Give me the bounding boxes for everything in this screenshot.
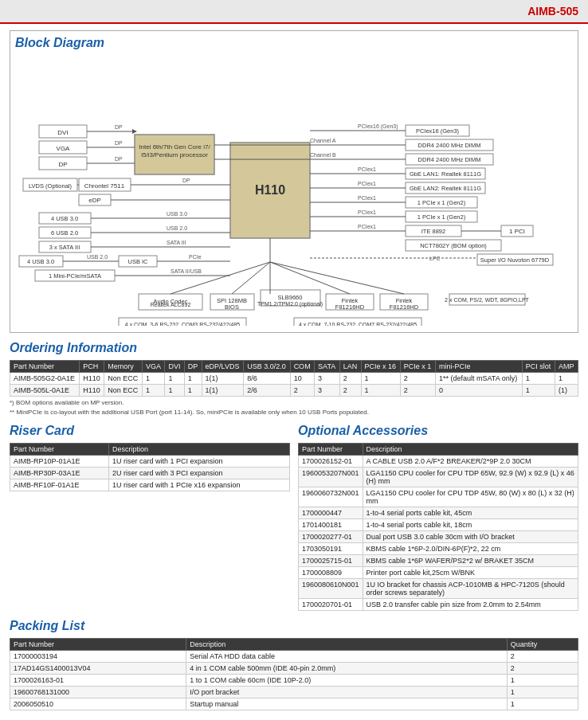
svg-text:DVI: DVI [57, 129, 68, 136]
svg-text:1 PCIe x 1 (Gen2): 1 PCIe x 1 (Gen2) [417, 213, 466, 221]
table-row: AIMB-505G2-0A1EH110Non ECC1111(1)8/61032… [10, 373, 578, 385]
svg-text:TPM1.2/TPM2.0 (optional): TPM1.2/TPM2.0 (optional) [257, 301, 323, 307]
svg-text:USB 2.0: USB 2.0 [167, 225, 187, 231]
main-content: Block Diagram H110 Intel 6th/7th Gen Cor… [0, 24, 588, 720]
riser-col-part: Part Number [10, 444, 109, 456]
col-edp: eDP/LVDS [202, 361, 244, 373]
svg-text:DP: DP [115, 156, 123, 162]
svg-text:SATA III: SATA III [167, 240, 186, 245]
svg-text:Intel 6th/7th Gen Core i7/: Intel 6th/7th Gen Core i7/ [139, 143, 210, 151]
ordering-info-section: Ordering Information Part Number PCH Mem… [10, 341, 578, 416]
svg-text:BIOS: BIOS [225, 303, 239, 311]
opt-col-desc: Description [363, 444, 578, 456]
table-row: AIMB-RP30P-03A1E2U riser card with 3 PCI… [10, 468, 290, 479]
col-sata: SATA [315, 361, 340, 373]
svg-text:F81216HD: F81216HD [390, 303, 419, 311]
svg-text:DP: DP [115, 124, 123, 130]
opt-col-part: Part Number [299, 444, 363, 456]
table-row: 1700020277-01Dual port USB 3.0 cable 30c… [299, 531, 578, 543]
svg-text:USB IC: USB IC [127, 258, 148, 265]
product-title: AIMB-505 [527, 5, 578, 18]
svg-text:GbE LAN2: Realtek 8111G: GbE LAN2: Realtek 8111G [410, 185, 481, 192]
svg-text:6 USB 2.0: 6 USB 2.0 [51, 229, 78, 237]
svg-text:DDR4 2400 MHz DIMM: DDR4 2400 MHz DIMM [418, 142, 481, 149]
page-header: AIMB-505 [0, 0, 588, 24]
table-row: 17000004471-to-4 serial ports cable kit,… [299, 507, 578, 519]
svg-text:GbE LAN1: Realtek 8111G: GbE LAN1: Realtek 8111G [410, 170, 481, 178]
packing-list-table: Part Number Description Quantity 1700000… [10, 638, 578, 710]
svg-text:PCIex1: PCIex1 [358, 195, 376, 201]
col-pch: PCH [80, 361, 104, 373]
riser-col-desc: Description [108, 444, 289, 456]
svg-text:PCIex1: PCIex1 [358, 224, 376, 229]
svg-text:PCIex1: PCIex1 [358, 181, 376, 186]
table-row: 19600768131000I/O port bracket1 [10, 687, 578, 698]
svg-line-112 [171, 262, 270, 294]
svg-line-113 [232, 262, 270, 294]
svg-text:PCIex1: PCIex1 [358, 166, 376, 172]
table-row: 1700026163-011 to 1 COM cable 60cm (IDE … [10, 675, 578, 687]
svg-text:Realtek ALC892: Realtek ALC892 [151, 302, 191, 307]
ordering-info-table: Part Number PCH Memory VGA DVI DP eDP/LV… [10, 360, 578, 397]
svg-text:Channel B: Channel B [310, 152, 336, 158]
svg-text:USB 2.0: USB 2.0 [87, 254, 108, 260]
ordering-note-1: *) BOM options available on MP version. [10, 399, 578, 406]
svg-text:H110: H110 [255, 183, 285, 197]
pack-col-part: Part Number [10, 639, 186, 651]
optional-accessories-title: Optional Accessories [298, 424, 578, 438]
table-row: 1700020701-01USB 2.0 transfer cable pin … [299, 599, 578, 611]
svg-text:DP: DP [58, 161, 67, 168]
col-dp: DP [184, 361, 202, 373]
table-row: 1700025715-01KBMS cable 1*6P WAFER/PS2*2… [299, 555, 578, 567]
table-row: AIMB-RP10P-01A1E1U riser card with 1 PCI… [10, 456, 290, 468]
svg-text:PCIe: PCIe [189, 254, 202, 260]
svg-text:eDP: eDP [88, 197, 101, 204]
table-row: 1960080610N0011U IO bracket for chassis … [299, 579, 578, 599]
col-lan: LAN [339, 361, 361, 373]
svg-text:VGA: VGA [57, 145, 71, 152]
riser-optional-row: Riser Card Part Number Description AIMB-… [10, 424, 578, 611]
svg-text:DDR4 2400 MHz DIMM: DDR4 2400 MHz DIMM [418, 156, 481, 163]
table-row: 1960060732N001LGA1150 CPU cooler for CPU… [299, 487, 578, 507]
col-pcislot: PCI slot [522, 361, 555, 373]
svg-text:ITE 8892: ITE 8892 [421, 228, 445, 235]
svg-text:4 x COM, 3-6 RS-232, COM3 RS-2: 4 x COM, 3-6 RS-232, COM3 RS-232/422/485 [125, 322, 240, 326]
ordering-info-title: Ordering Information [10, 341, 578, 355]
svg-text:Super I/O Nuvoton 6779D: Super I/O Nuvoton 6779D [480, 256, 550, 264]
col-pcie16: PCIe x 16 [361, 361, 400, 373]
col-pcie1: PCIe x 1 [400, 361, 435, 373]
block-diagram-title: Block Diagram [15, 36, 573, 50]
svg-text:F81216HD: F81216HD [335, 303, 365, 311]
col-dvi: DVI [165, 361, 184, 373]
col-vga: VGA [143, 361, 165, 373]
table-row: AIMB-RF10F-01A1E1U riser card with 1 PCI… [10, 479, 290, 491]
table-row: 1700008809Printer port cable kit,25cm W/… [299, 567, 578, 579]
block-diagram-svg: H110 Intel 6th/7th Gen Core i7/ i5/i3/Pe… [15, 55, 573, 326]
table-row: 17000003194Serial ATA HDD data cable2 [10, 651, 578, 663]
svg-text:1 Mini-PCIe/mSATA: 1 Mini-PCIe/mSATA [49, 272, 101, 280]
svg-text:LVDS (Optional): LVDS (Optional) [29, 182, 73, 190]
optional-accessories-section: Optional Accessories Part Number Descrip… [298, 424, 578, 611]
svg-text:SLB9660: SLB9660 [278, 294, 303, 301]
packing-list-section: Packing List Part Number Description Qua… [10, 619, 578, 710]
table-row: 17AD14GS1400013V044 in 1 COM cable 500mm… [10, 663, 578, 675]
col-com: COM [290, 361, 314, 373]
svg-text:3 x SATA III: 3 x SATA III [49, 244, 80, 251]
table-row: AIMB-505L-0A1EH110Non ECC1111(1)2/623212… [10, 385, 578, 397]
optional-accessories-table: Part Number Description 1700026152-01A C… [298, 443, 578, 611]
pack-col-desc: Description [186, 639, 508, 651]
col-part-number: Part Number [10, 361, 80, 373]
svg-text:4 x COM, 7-10 RS-232, COM7 RS-: 4 x COM, 7-10 RS-232, COM7 RS-232/422/48… [299, 322, 417, 326]
ordering-note-2: ** MiniPCIe is co-layout with the additi… [10, 409, 578, 416]
svg-text:4 USB 3.0: 4 USB 3.0 [27, 258, 54, 265]
svg-text:i5/i3/Pentium processor: i5/i3/Pentium processor [141, 151, 208, 158]
table-row: 17014001811-to-4 serial ports cable kit,… [299, 519, 578, 531]
svg-text:USB 3.0: USB 3.0 [167, 211, 187, 217]
table-row: 2006050510Startup manual1 [10, 698, 578, 710]
svg-text:DP: DP [182, 178, 190, 183]
col-usb: USB 3.0/2.0 [244, 361, 290, 373]
svg-text:1 PCIe x 1 (Gen2): 1 PCIe x 1 (Gen2) [417, 199, 466, 206]
svg-text:1 PCI: 1 PCI [509, 228, 525, 235]
riser-card-title: Riser Card [10, 424, 290, 438]
svg-text:PCIex16 (Gen3): PCIex16 (Gen3) [416, 127, 460, 135]
